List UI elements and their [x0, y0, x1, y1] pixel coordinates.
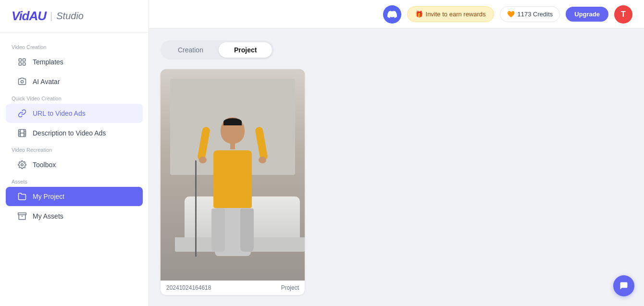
section-video-creation: Video Creation	[0, 40, 149, 52]
link-icon	[17, 109, 27, 118]
svg-rect-3	[23, 63, 25, 65]
svg-point-13	[21, 164, 24, 166]
video-info: 20241024164618 Project	[161, 281, 305, 295]
studio-label: Studio	[56, 11, 84, 22]
creation-tab-label: Creation	[178, 46, 203, 54]
folder-icon	[17, 192, 27, 201]
ai-avatar-label: AI Avatar	[33, 78, 60, 86]
gift-icon: 🎁	[415, 11, 423, 18]
person-head	[221, 117, 245, 144]
person-neck	[230, 144, 235, 149]
credits-button[interactable]: 🧡 1173 Credits	[500, 6, 560, 22]
grid-icon	[17, 57, 27, 67]
invite-label: Invite to earn rewards	[426, 11, 486, 18]
svg-rect-2	[19, 63, 21, 65]
project-tab-label: Project	[234, 46, 257, 54]
app-logo: VidAU	[12, 9, 46, 24]
tab-project[interactable]: Project	[219, 42, 272, 58]
sidebar-item-description-to-video[interactable]: Description to Video Ads	[6, 123, 143, 143]
film-icon	[17, 128, 27, 138]
archive-icon	[17, 211, 27, 221]
settings-icon	[17, 160, 27, 170]
sidebar: VidAU | Studio Video Creation Templates …	[0, 0, 149, 306]
person-figure	[209, 117, 257, 252]
user-initial: T	[621, 10, 626, 19]
svg-rect-14	[18, 213, 26, 215]
svg-point-4	[21, 80, 23, 83]
content-area: Creation Project	[149, 29, 644, 306]
svg-rect-1	[23, 59, 25, 61]
person-hand-right	[259, 157, 266, 163]
chat-button[interactable]	[613, 275, 634, 296]
tabs-container: Creation Project	[161, 40, 274, 60]
video-card: 20241024164618 Project	[161, 69, 305, 295]
person-legs	[215, 208, 251, 256]
person-hand-left	[199, 157, 207, 163]
video-thumbnail	[161, 69, 305, 281]
user-avatar[interactable]: T	[614, 5, 632, 24]
person-torso	[213, 150, 252, 208]
video-type-badge: Project	[281, 284, 299, 291]
person-leg-left	[211, 208, 225, 252]
svg-rect-0	[19, 59, 21, 61]
invite-button[interactable]: 🎁 Invite to earn rewards	[407, 6, 494, 22]
camera-icon	[17, 77, 27, 86]
sidebar-item-toolbox[interactable]: Toolbox	[6, 155, 143, 174]
logo-separator: |	[50, 11, 52, 22]
logo-area: VidAU | Studio	[0, 0, 149, 33]
heart-icon: 🧡	[507, 11, 515, 18]
sidebar-item-ai-avatar[interactable]: AI Avatar	[6, 72, 143, 91]
my-project-label: My Project	[33, 193, 64, 200]
section-quick-creation: Quick Video Creation	[0, 92, 149, 103]
templates-label: Templates	[33, 58, 63, 66]
video-timestamp: 20241024164618	[166, 284, 211, 291]
section-assets: Assets	[0, 175, 149, 186]
person-leg-right	[240, 208, 254, 252]
sidebar-item-my-project[interactable]: My Project	[6, 187, 143, 206]
description-to-video-label: Description to Video Ads	[33, 129, 106, 137]
mic-stand	[195, 160, 197, 257]
sidebar-nav: Video Creation Templates AI Avatar Quick…	[0, 33, 149, 306]
my-assets-label: My Assets	[33, 212, 63, 220]
upgrade-button[interactable]: Upgrade	[566, 7, 608, 22]
person-hair	[223, 118, 242, 125]
header: 🎁 Invite to earn rewards 🧡 1173 Credits …	[149, 0, 644, 29]
sidebar-item-url-to-video[interactable]: URL to Video Ads	[6, 104, 143, 123]
url-to-video-label: URL to Video Ads	[33, 110, 86, 117]
section-video-recreation: Video Recreation	[0, 143, 149, 155]
credits-label: 1173 Credits	[518, 11, 553, 18]
upgrade-label: Upgrade	[574, 11, 600, 18]
tab-creation[interactable]: Creation	[162, 42, 219, 58]
sidebar-item-templates[interactable]: Templates	[6, 52, 143, 72]
toolbox-label: Toolbox	[33, 161, 56, 169]
discord-button[interactable]	[383, 5, 401, 24]
main-content: 🎁 Invite to earn rewards 🧡 1173 Credits …	[149, 0, 644, 306]
sidebar-item-my-assets[interactable]: My Assets	[6, 207, 143, 226]
